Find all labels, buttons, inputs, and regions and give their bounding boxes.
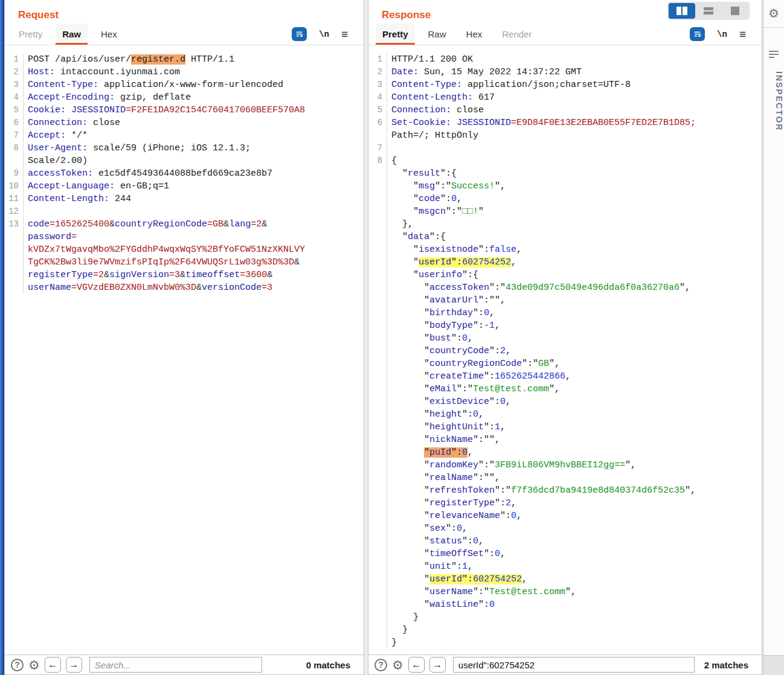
code-line: "userName":"Test@test.comm", xyxy=(368,586,762,598)
response-tabbar: PrettyRawHexRender \n ≡ xyxy=(368,24,762,45)
code-line: kVDZx7tWgavqMbo%2FYGddhP4wqxWqSY%2BfYoFC… xyxy=(5,243,364,256)
hamburger-menu-icon[interactable]: ≡ xyxy=(739,28,746,40)
line-number xyxy=(5,155,24,167)
help-icon[interactable]: ? xyxy=(374,659,387,671)
code-line: "userinfo":{ xyxy=(368,269,762,281)
code-line: "timeOffSet":0, xyxy=(368,548,762,560)
inspector-filter-icon[interactable] xyxy=(769,51,779,58)
line-number: 6 xyxy=(5,117,24,129)
line-content: "avatarUrl":"", xyxy=(387,294,506,307)
response-tab-pretty[interactable]: Pretty xyxy=(376,24,415,45)
inspector-label[interactable]: INSPECTOR xyxy=(763,71,784,131)
wrap-lines-icon[interactable] xyxy=(292,27,307,41)
response_panel-tabs: PrettyRawHexRender xyxy=(376,24,545,45)
line-number xyxy=(368,294,387,307)
line-number xyxy=(368,522,387,535)
code-line: 6Connection: close xyxy=(5,117,364,129)
code-line: 7Accept: */* xyxy=(5,129,364,142)
layout-columns-button[interactable] xyxy=(669,3,695,19)
hamburger-menu-icon[interactable]: ≡ xyxy=(341,28,348,40)
request-tab-pretty[interactable]: Pretty xyxy=(12,24,49,45)
newline-toggle-button[interactable]: \n xyxy=(319,30,329,39)
request-panel-title: Request xyxy=(5,0,364,22)
line-number xyxy=(368,472,387,484)
code-line: "waistLine":0 xyxy=(368,598,762,611)
line-number xyxy=(5,256,24,269)
next-match-button[interactable]: → xyxy=(66,657,82,673)
line-content: "userinfo":{ xyxy=(387,269,478,281)
line-content: "nickName":"", xyxy=(387,433,500,446)
request_panel-tabs: PrettyRawHex xyxy=(12,24,130,45)
code-line: "userId":602754252, xyxy=(368,573,762,586)
response-tab-render[interactable]: Render xyxy=(495,24,538,45)
previous-match-button[interactable]: ← xyxy=(408,657,425,673)
request-tab-hex[interactable]: Hex xyxy=(94,24,124,45)
code-line: 5Connection: close xyxy=(368,104,762,117)
code-line: "refreshToken":"f7f36dcd7ba9419e8d840374… xyxy=(368,484,762,497)
code-line: "userId":602754252, xyxy=(368,256,762,269)
code-line: } xyxy=(368,611,762,624)
search-settings-gear-icon[interactable]: ⚙ xyxy=(28,659,40,671)
code-line: "avatarUrl":"", xyxy=(368,294,762,307)
code-line: "randomKey":"3FB9iL806VM9hvBBEI12gg==", xyxy=(368,459,762,472)
request-tabbar: PrettyRawHex \n ≡ xyxy=(5,24,364,45)
line-number xyxy=(368,205,387,218)
response-panel: Response PrettyRawHexRender \n ≡ 1HTTP/1… xyxy=(368,0,762,675)
code-line: "code":0, xyxy=(368,193,762,205)
previous-match-button[interactable]: ← xyxy=(45,657,61,673)
code-line: "existDevice":0, xyxy=(368,395,762,408)
layout-single-button[interactable] xyxy=(722,3,748,19)
wrap-lines-glyph xyxy=(294,29,304,39)
line-number xyxy=(368,129,387,142)
line-content: Content-Length: 617 xyxy=(387,91,495,104)
request-tab-raw[interactable]: Raw xyxy=(56,24,88,45)
line-content: User-Agent: scale/59 (iPhone; iOS 12.1.3… xyxy=(24,142,251,155)
search-settings-gear-icon[interactable]: ⚙ xyxy=(392,659,403,671)
line-number xyxy=(368,243,387,256)
inspector-sidebar[interactable]: ⚙ INSPECTOR xyxy=(763,0,784,675)
next-match-button[interactable]: → xyxy=(429,657,446,673)
help-icon[interactable]: ? xyxy=(11,659,24,671)
layout-rows-button[interactable] xyxy=(695,3,722,19)
line-content: "randomKey":"3FB9iL806VM9hvBBEI12gg==", xyxy=(387,459,636,472)
line-content: } xyxy=(387,636,397,649)
response-tab-hex[interactable]: Hex xyxy=(460,24,489,45)
response-tab-raw[interactable]: Raw xyxy=(422,24,453,45)
line-content: Content-Length: 244 xyxy=(24,193,131,205)
code-line: 8{ xyxy=(368,155,762,167)
line-number xyxy=(368,332,387,345)
newline-toggle-button[interactable]: \n xyxy=(717,30,727,39)
request-tab-tools: \n ≡ xyxy=(292,24,364,45)
line-content: TgCK%2Bw3li9e7WVmzifsPIqIp%2F64VWUQSrL1w… xyxy=(24,256,300,269)
response-search-input[interactable] xyxy=(453,657,695,673)
line-number: 12 xyxy=(5,205,24,218)
settings-gear-icon[interactable]: ⚙ xyxy=(768,6,779,21)
code-line: "eMail":"Test@test.comm", xyxy=(368,383,762,395)
line-number: 10 xyxy=(5,180,24,193)
response_panel-code[interactable]: 1HTTP/1.1 200 OK2Date: Sun, 15 May 2022 … xyxy=(368,51,762,654)
line-content: "code":0, xyxy=(387,193,462,205)
code-line: "countryCode":2, xyxy=(368,345,762,357)
code-line: "unit":1, xyxy=(368,560,762,573)
line-number xyxy=(368,307,387,319)
code-line: "nickName":"", xyxy=(368,433,762,446)
line-number xyxy=(368,408,387,421)
line-content: "waistLine":0 xyxy=(387,598,495,611)
request-search-input[interactable] xyxy=(89,657,262,673)
line-number xyxy=(5,281,24,294)
wrap-lines-icon[interactable] xyxy=(690,27,705,41)
line-number xyxy=(5,231,24,243)
line-number: 5 xyxy=(368,104,387,117)
code-line: 5Cookie: JSESSIONID=F2FE1DA92C154C760417… xyxy=(5,104,364,117)
code-line: "result":{ xyxy=(368,167,762,180)
line-number xyxy=(5,269,24,281)
line-content: "birthday":0, xyxy=(387,307,495,319)
code-line: } xyxy=(368,636,762,649)
code-line: "countryRegionCode":"GB", xyxy=(368,357,762,370)
code-line: 6Set-Cookie: JSESSIONID=E9D84F0E13E2EBAB… xyxy=(368,117,762,129)
inspector-header: ⚙ xyxy=(763,0,784,28)
response-tab-tools: \n ≡ xyxy=(690,24,762,45)
window-left-edge xyxy=(0,0,4,675)
code-line: "status":0, xyxy=(368,535,762,548)
request_panel-code[interactable]: 1POST /api/ios/user/register.d HTTP/1.12… xyxy=(5,51,364,654)
